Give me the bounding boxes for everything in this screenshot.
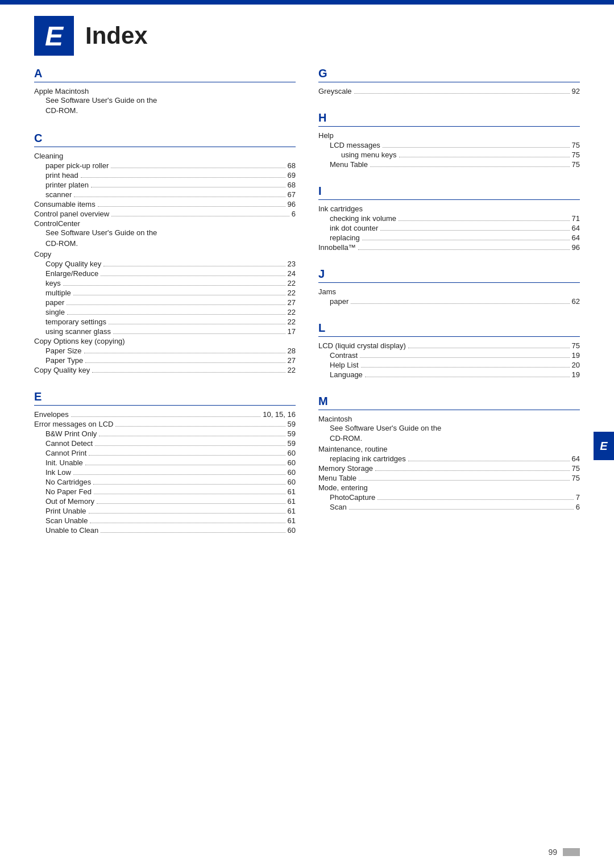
- side-tab: E: [594, 432, 614, 460]
- list-item: printer platen 68: [34, 181, 296, 189]
- list-item: replacing 64: [318, 233, 580, 242]
- list-item: Mode, entering: [318, 483, 580, 492]
- list-item: ink dot counter 64: [318, 224, 580, 232]
- section-header-J: J: [318, 268, 580, 283]
- list-item: Consumable items 96: [34, 200, 296, 208]
- list-item: paper 62: [318, 297, 580, 306]
- list-item: Init. Unable 60: [34, 458, 296, 467]
- list-item: Jams: [318, 287, 580, 296]
- list-item: paper 27: [34, 298, 296, 307]
- left-column: A Apple Macintosh See Software User's Gu…: [34, 67, 296, 550]
- list-item: Menu Table 75: [318, 474, 580, 482]
- list-item: single 22: [34, 308, 296, 316]
- list-item: Ink Low 60: [34, 468, 296, 477]
- main-content: A Apple Macintosh See Software User's Gu…: [0, 67, 614, 550]
- section-A: A Apple Macintosh See Software User's Gu…: [34, 67, 296, 116]
- top-bar: [0, 0, 614, 5]
- list-item: Error messages on LCD 59: [34, 420, 296, 428]
- list-item: No Paper Fed 61: [34, 487, 296, 496]
- footer: 99: [548, 848, 580, 857]
- list-item: ControlCenter See Software User's Guide …: [34, 219, 296, 248]
- list-item: Macintosh See Software User's Guide on t…: [318, 415, 580, 444]
- list-item: Cleaning: [34, 152, 296, 160]
- list-item: Out of Memory 61: [34, 497, 296, 506]
- section-L: L LCD (liquid crystal display) 75 Contra…: [318, 322, 580, 379]
- list-item: keys 22: [34, 279, 296, 287]
- list-item: scanner 67: [34, 190, 296, 199]
- list-item: paper pick-up roller 68: [34, 161, 296, 170]
- section-header-H: H: [318, 111, 580, 127]
- list-item: LCD messages 75: [318, 141, 580, 149]
- list-item: Copy Options key (copying): [34, 337, 296, 345]
- right-column: G Greyscale 92 H Help LCD messages 75: [318, 67, 580, 550]
- page-title: Index: [85, 22, 148, 49]
- list-item: Copy: [34, 250, 296, 258]
- list-item: Scan Unable 61: [34, 516, 296, 525]
- list-item: Innobella™ 96: [318, 243, 580, 252]
- list-item: Envelopes 10, 15, 16: [34, 410, 296, 419]
- list-item: Apple Macintosh See Software User's Guid…: [34, 87, 296, 116]
- section-header-I: I: [318, 185, 580, 200]
- section-M: M Macintosh See Software User's Guide on…: [318, 395, 580, 511]
- list-item: Copy Quality key 22: [34, 366, 296, 374]
- list-item: Language 19: [318, 370, 580, 379]
- section-H: H Help LCD messages 75 using menu keys 7…: [318, 111, 580, 169]
- section-header-A: A: [34, 67, 296, 82]
- list-item: using menu keys 75: [318, 151, 580, 159]
- list-item: Contrast 19: [318, 351, 580, 360]
- section-header-C: C: [34, 132, 296, 147]
- list-item: PhotoCapture 7: [318, 493, 580, 502]
- list-item: B&W Print Only 59: [34, 429, 296, 438]
- header-letter: E: [45, 20, 63, 52]
- page-number: 99: [548, 848, 557, 857]
- list-item: Menu Table 75: [318, 160, 580, 169]
- section-E: E Envelopes 10, 15, 16 Error messages on…: [34, 390, 296, 535]
- footer-bar: [563, 848, 580, 856]
- list-item: No Cartridges 60: [34, 478, 296, 486]
- section-header-M: M: [318, 395, 580, 410]
- list-item: Cannot Detect 59: [34, 439, 296, 448]
- list-item: Unable to Clean 60: [34, 526, 296, 535]
- list-item: Help: [318, 131, 580, 140]
- list-item: replacing ink cartridges 64: [318, 454, 580, 463]
- section-header-L: L: [318, 322, 580, 337]
- list-item: multiple 22: [34, 289, 296, 297]
- list-item: Ink cartridges: [318, 205, 580, 213]
- header: E Index: [0, 5, 614, 61]
- list-item: Greyscale 92: [318, 87, 580, 95]
- list-item: Cannot Print 60: [34, 449, 296, 457]
- list-item: Enlarge/Reduce 24: [34, 269, 296, 278]
- list-item: checking ink volume 71: [318, 214, 580, 223]
- list-item: print head 69: [34, 171, 296, 180]
- list-item: Print Unable 61: [34, 507, 296, 515]
- section-header-E: E: [34, 390, 296, 406]
- list-item: Control panel overview 6: [34, 210, 296, 218]
- list-item: Copy Quality key 23: [34, 260, 296, 268]
- list-item: using scanner glass 17: [34, 327, 296, 336]
- list-item: Paper Type 27: [34, 356, 296, 365]
- section-J: J Jams paper 62: [318, 268, 580, 306]
- list-item: Scan 6: [318, 503, 580, 511]
- section-G: G Greyscale 92: [318, 67, 580, 95]
- list-item: Maintenance, routine: [318, 445, 580, 453]
- header-letter-box: E: [34, 16, 74, 56]
- list-item: Memory Storage 75: [318, 464, 580, 473]
- list-item: temporary settings 22: [34, 318, 296, 326]
- section-header-G: G: [318, 67, 580, 82]
- list-item: LCD (liquid crystal display) 75: [318, 341, 580, 350]
- section-I: I Ink cartridges checking ink volume 71 …: [318, 185, 580, 252]
- section-C: C Cleaning paper pick-up roller 68 print…: [34, 132, 296, 374]
- list-item: Help List 20: [318, 361, 580, 369]
- list-item: Paper Size 28: [34, 347, 296, 355]
